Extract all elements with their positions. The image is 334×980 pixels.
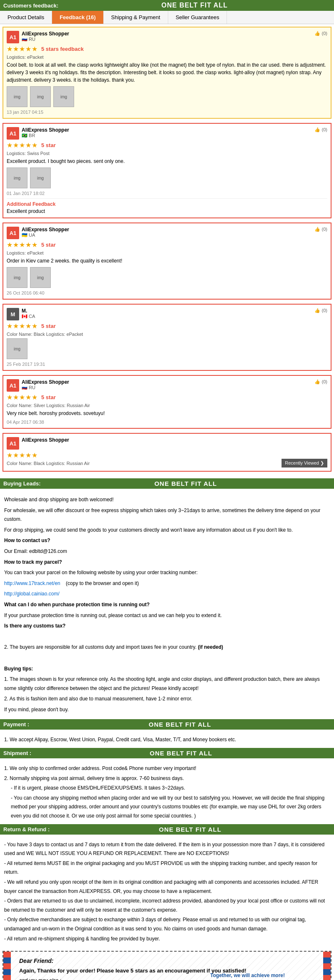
review-date: 13 jan 2017 04:15: [7, 110, 327, 115]
review-image[interactable]: img: [30, 267, 51, 288]
reviewer-name: AliExpress Shopper: [22, 127, 69, 133]
review-text: Very nice belt. horoshy prodovets. sovet…: [7, 410, 327, 417]
section-header-left: Buying Leads:: [3, 480, 41, 487]
payment-line: 1. We accept Alipay, Escrow, West Union,…: [4, 735, 330, 745]
buying-leads-line: If your purchase protection time is runn…: [4, 611, 330, 620]
tab-product-details[interactable]: Product Details: [0, 11, 52, 24]
track-link-2[interactable]: http://global.cainiao.com/: [4, 591, 60, 597]
review-text: Excellent product. I bought two pieces. …: [7, 158, 327, 165]
avatar: A1: [7, 379, 19, 392]
shipment-content: 1. We only ship to confirmed order addre…: [0, 762, 334, 824]
reviewer-name: AliExpress Shopper: [22, 379, 69, 385]
reviewer-country: 🇷🇺 RU: [22, 37, 69, 42]
review-stars: ★★★★★: [7, 241, 38, 249]
buying-leads-line: How to contact us?: [4, 536, 330, 545]
section-header-left: Return & Refund :: [3, 826, 50, 832]
avatar: M: [7, 308, 19, 320]
return-line: - Only defective merchandises are subjec…: [4, 915, 330, 933]
track-link-1[interactable]: http://www.17track.net/en: [4, 580, 60, 586]
tabs-bar: Product Details Feedback (16) Shipping &…: [0, 11, 334, 24]
avatar: A1: [7, 437, 19, 450]
review-image[interactable]: img: [7, 338, 27, 359]
logistics-row: Logistics: ePacket: [7, 55, 327, 60]
reviewer-country: 🇧🇷 BR: [22, 133, 69, 138]
section-header-title: ONE BELT FIT ALL: [41, 480, 331, 487]
review-image[interactable]: img: [7, 86, 27, 107]
review-card: 👍 (0) A1 AliExpress Shopper 🇷🇺 RU ★★★★★ …: [2, 27, 332, 119]
buying-leads-line: Is there any customs tax?: [4, 622, 330, 631]
review-like[interactable]: 👍 (0): [314, 379, 327, 385]
review-stars: ★★★★★: [7, 393, 38, 401]
dear-friend-text: Dear Friend:: [19, 958, 315, 964]
return-header: Return & Refund : ONE BELT FIT ALL: [0, 824, 334, 835]
review-image[interactable]: img: [7, 168, 27, 188]
review-card: 👍 (0) A1 AliExpress Shopper 🇺🇦 UA ★★★★★ …: [2, 222, 332, 300]
reviewer-country: 🇺🇦 UA: [22, 232, 69, 238]
review-rating-label: 5 stars feedback: [41, 46, 84, 52]
top-bar-title: ONE BELT FIT ALL: [58, 2, 331, 9]
review-stars: ★★★★★: [7, 451, 38, 459]
buying-leads-line: For drop shipping, we could send the goo…: [4, 526, 330, 535]
review-like[interactable]: 👍 (0): [314, 127, 327, 132]
review-text: Order in Kiev came 2 weeks. the quality …: [7, 257, 327, 265]
review-card: A1 AliExpress Shopper ★★★★★ Color Name: …: [2, 433, 332, 472]
tab-feedback[interactable]: Feedback (16): [52, 11, 104, 24]
buying-leads-line: If you mind, please don't buy.: [4, 705, 330, 715]
review-like[interactable]: 👍 (0): [314, 227, 327, 232]
flag-icon: 🇷🇺: [22, 37, 27, 42]
return-line: - Orders that are returned to us due to …: [4, 897, 330, 915]
review-date: 01 Jan 2017 18:02: [7, 191, 327, 196]
avatar: A1: [7, 127, 19, 140]
review-image[interactable]: img: [7, 267, 27, 288]
tab-shipping[interactable]: Shipping & Payment: [104, 11, 168, 24]
buying-leads-line: http://www.17track.net/en (copy to the b…: [4, 579, 330, 588]
return-line: - All return and re-shipment shipping & …: [4, 935, 330, 944]
top-bar: Customers feedback: ONE BELT FIT ALL: [0, 0, 334, 11]
review-rating-label: 5 star: [41, 323, 56, 329]
section-header-title: ONE BELT FIT ALL: [50, 826, 331, 833]
review-rating-label: 5 star: [41, 394, 56, 400]
review-stars: ★★★★★: [7, 141, 38, 149]
return-content: - You have 3 days to contact us and 7 da…: [0, 838, 334, 947]
recently-viewed-button[interactable]: Recently Viewed ❯: [282, 459, 327, 468]
buying-leads-line: http://global.cainiao.com/: [4, 590, 330, 599]
review-images: img img img: [7, 86, 327, 107]
review-images: img img: [7, 267, 327, 288]
buying-leads-content: Wholesale and drop shipping are both wel…: [0, 492, 334, 719]
review-images: img img: [7, 168, 327, 188]
shipment-header: Shipment : ONE BELT FIT ALL: [0, 748, 334, 758]
reviewer-country: 🇨🇦 CA: [22, 314, 35, 319]
review-like[interactable]: 👍 (0): [314, 31, 327, 36]
additional-feedback-title: Additional Feedback: [7, 201, 327, 207]
reviewer-country: 🇷🇺 RU: [22, 385, 69, 390]
review-stars: ★★★★★: [7, 322, 38, 330]
buying-leads-line: Our Email: edbltd@126.com: [4, 547, 330, 556]
reviewer-name: AliExpress Shopper: [22, 227, 69, 232]
review-image[interactable]: img: [30, 168, 51, 188]
review-image[interactable]: img: [53, 86, 74, 107]
logistics-row: Color Name: Silver Logistics: Russian Ai…: [7, 403, 327, 408]
feedback-section: 👍 (0) A1 AliExpress Shopper 🇷🇺 RU ★★★★★ …: [0, 24, 334, 478]
reviewer-name: AliExpress Shopper: [22, 31, 69, 37]
buying-leads-line: For wholesale, we will offer discount or…: [4, 506, 330, 524]
additional-feedback-text: Excellent product: [7, 208, 327, 214]
top-bar-left: Customers feedback:: [3, 2, 58, 9]
payment-content: 1. We accept Alipay, Escrow, West Union,…: [0, 733, 334, 748]
review-rating-label: 5 star: [41, 142, 56, 148]
buying-leads-line: How to track my parcel?: [4, 558, 330, 567]
buying-leads-line: 2. As this is fashion item and also due …: [4, 695, 330, 704]
shipment-line: 2. Normally shipping via post airmail, d…: [4, 774, 330, 783]
logistics-row: Color Name: Black Logistics: ePacket: [7, 332, 327, 337]
flag-icon: 🇷🇺: [22, 385, 27, 390]
payment-header: Payment : ONE BELT FIT ALL: [0, 719, 334, 730]
section-header-left: Shipment :: [3, 750, 31, 756]
review-image[interactable]: img: [30, 86, 51, 107]
additional-feedback: Additional Feedback Excellent product: [7, 198, 327, 214]
buying-leads-line: 2. The buyers are responsible for all cu…: [4, 643, 330, 652]
review-like[interactable]: 👍 (0): [314, 308, 327, 313]
return-line: - We will refund you only upon receipt o…: [4, 878, 330, 896]
tab-seller[interactable]: Seller Guarantees: [168, 11, 227, 24]
review-card: 👍 (0) M M. 🇨🇦 CA ★★★★★ 5 star Color Name…: [2, 304, 332, 371]
avatar: A1: [7, 227, 19, 239]
review-date: 26 Oct 2016 06:40: [7, 290, 327, 295]
